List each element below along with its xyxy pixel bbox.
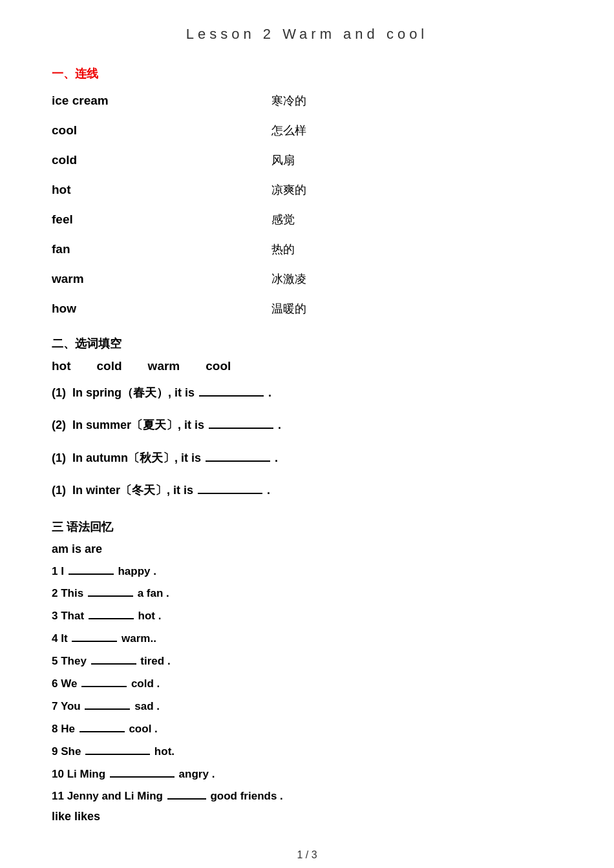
grammar-num: 8: [52, 723, 58, 735]
fill-period: .: [265, 386, 271, 399]
grammar-rest: tired .: [140, 655, 170, 667]
grammar-rest: cool .: [129, 723, 157, 735]
fill-pre: In spring（春天）, it is: [72, 386, 195, 399]
grammar-item: 11 Jenny and Li Ming good friends .: [52, 787, 562, 806]
matching-row: hot 凉爽的: [52, 182, 562, 198]
matching-zh: 温暖的: [271, 301, 306, 316]
grammar-item: 9 She hot.: [52, 743, 562, 761]
fill-row: (2) In summer〔夏天〕, it is .: [52, 415, 562, 435]
grammar-item: 7 You sad .: [52, 698, 562, 716]
fill-num: (1): [52, 386, 66, 399]
matching-zh: 感觉: [271, 212, 295, 227]
matching-row: cold 风扇: [52, 152, 562, 168]
grammar-item: 3 That hot .: [52, 607, 562, 626]
fill-period: .: [275, 418, 281, 431]
grammar-num: 9: [52, 745, 58, 758]
grammar-item: 4 It warm..: [52, 630, 562, 648]
grammar-item: 10 Li Ming angry .: [52, 765, 562, 784]
grammar-rest: warm..: [122, 632, 156, 645]
grammar-item: 2 This a fan .: [52, 584, 562, 603]
fill-pre: In autumn〔秋天〕, it is: [72, 451, 201, 464]
section2-title: 二、选词填空: [52, 336, 562, 351]
like-row: like likes: [52, 810, 562, 823]
matching-zh: 热的: [271, 242, 295, 257]
grammar-blank: [167, 798, 206, 800]
grammar-num: 3: [52, 610, 58, 622]
matching-zh: 寒冷的: [271, 93, 306, 108]
fill-blank: [199, 395, 264, 397]
grammar-subject: Jenny and Li Ming: [67, 790, 163, 802]
grammar-subject: We: [61, 677, 77, 690]
grammar-subject: They: [61, 655, 87, 667]
grammar-rest: a fan .: [138, 587, 169, 599]
section2-fill: 二、选词填空 hotcoldwarmcool (1) In spring（春天）…: [52, 336, 562, 501]
fill-pre: In winter〔冬天〕, it is: [72, 484, 193, 497]
grammar-blank: [69, 574, 114, 575]
matching-en: hot: [52, 183, 220, 197]
grammar-subject: She: [61, 745, 81, 758]
matching-en: cool: [52, 123, 220, 138]
grammar-item: 8 He cool .: [52, 720, 562, 739]
word-choice: warm: [148, 359, 180, 373]
grammar-subject: I: [61, 565, 64, 577]
grammar-rest: hot .: [138, 610, 162, 622]
fill-pre: In summer〔夏天〕, it is: [72, 418, 204, 431]
fill-period: .: [264, 484, 270, 497]
grammar-subject: This: [61, 587, 83, 599]
matching-en: warm: [52, 272, 220, 286]
fill-num: (1): [52, 484, 66, 497]
fill-blank: [209, 428, 273, 429]
fill-row: (1) In autumn〔秋天〕, it is .: [52, 448, 562, 468]
section1-matching: 一、连线 ice cream 寒冷的 cool 怎么样 cold 风扇 hot …: [52, 66, 562, 316]
grammar-num: 11: [52, 790, 64, 802]
grammar-rest: hot.: [154, 745, 175, 758]
grammar-num: 6: [52, 677, 58, 690]
word-choice: hot: [52, 359, 71, 373]
grammar-item: 5 They tired .: [52, 652, 562, 671]
matching-row: fan 热的: [52, 242, 562, 257]
matching-en: ice cream: [52, 94, 220, 108]
grammar-choices: am is are: [52, 542, 562, 556]
grammar-num: 2: [52, 587, 58, 599]
grammar-subject: He: [61, 723, 75, 735]
matching-row: feel 感觉: [52, 212, 562, 227]
grammar-blank: [85, 754, 150, 755]
matching-row: cool 怎么样: [52, 123, 562, 138]
grammar-num: 5: [52, 655, 58, 667]
fill-blank: [206, 460, 270, 462]
grammar-num: 10: [52, 768, 64, 780]
grammar-item: 6 We cold .: [52, 675, 562, 694]
grammar-num: 1: [52, 565, 58, 577]
grammar-blank: [91, 663, 136, 665]
matching-row: warm 冰激凌: [52, 271, 562, 287]
word-choice: cold: [97, 359, 122, 373]
section1-title: 一、连线: [52, 66, 562, 81]
page-number: 1 / 3: [52, 849, 562, 861]
grammar-blank: [110, 776, 175, 778]
grammar-subject: Li Ming: [67, 768, 105, 780]
grammar-subject: It: [61, 632, 67, 645]
matching-zh: 怎么样: [271, 123, 306, 138]
grammar-item: 1 I happy .: [52, 563, 562, 581]
grammar-rest: good friends .: [210, 790, 282, 802]
grammar-blank: [79, 731, 125, 732]
section3-title: 三 语法回忆: [52, 519, 562, 535]
matching-row: how 温暖的: [52, 301, 562, 316]
grammar-blank: [72, 641, 117, 642]
grammar-blank: [89, 618, 134, 619]
grammar-num: 7: [52, 700, 58, 712]
grammar-num: 4: [52, 632, 58, 645]
grammar-rest: sad .: [134, 700, 160, 712]
matching-zh: 凉爽的: [271, 182, 306, 198]
fill-num: (1): [52, 451, 66, 464]
fill-blank: [198, 493, 262, 494]
grammar-subject: You: [61, 700, 81, 712]
page-title: Lesson 2 Warm and cool: [52, 26, 562, 43]
grammar-rest: angry .: [179, 768, 215, 780]
matching-zh: 风扇: [271, 152, 295, 168]
grammar-blank: [85, 708, 130, 710]
matching-en: feel: [52, 212, 220, 227]
fill-period: .: [271, 451, 278, 464]
fill-num: (2): [52, 418, 66, 431]
section2-choices: hotcoldwarmcool: [52, 359, 562, 373]
